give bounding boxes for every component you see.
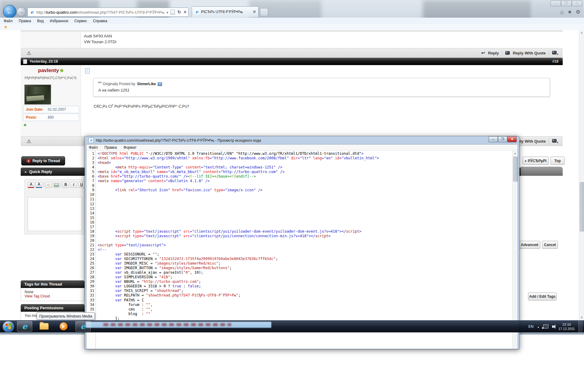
menu-favorites[interactable]: Избранное (50, 19, 68, 23)
url-dropdown-icon[interactable] (167, 10, 169, 15)
taskbar-explorer-button[interactable] (36, 321, 52, 331)
favorites-star-icon[interactable] (4, 24, 8, 30)
source-menu-file[interactable]: Файл (89, 145, 98, 150)
username-link[interactable]: pavlenty (21, 68, 81, 74)
glass-blur-artifact (86, 322, 271, 328)
font-color-icon[interactable] (28, 182, 34, 188)
menu-file[interactable]: Файл (4, 19, 13, 23)
close-button[interactable]: ✕ (572, 1, 582, 6)
minimize-button[interactable]: – (551, 1, 561, 6)
source-menu-edit[interactable]: Правка (105, 145, 117, 150)
postbit-user-panel: pavlenty РђРґРјРёРЅРёСЃС‚СЂР°С‚РѕСЂ Join… (21, 65, 81, 136)
insert-image-icon[interactable] (53, 182, 60, 188)
source-menu-format[interactable]: Формат (123, 145, 137, 150)
reply-link[interactable]: Reply (488, 51, 499, 55)
show-desktop-button[interactable] (579, 321, 583, 332)
windows-flag-icon (5, 323, 8, 326)
source-window-titlebar[interactable]: e http://turbo-quattro.com/showthread.ph… (89, 138, 261, 143)
new-tab-button[interactable] (260, 8, 268, 16)
menu-service[interactable]: Сервис (75, 19, 87, 23)
posts-row: Posts: 850 (23, 114, 79, 121)
scroll-up-icon[interactable]: ▲ (579, 30, 584, 35)
view-post-icon[interactable] (158, 82, 162, 86)
source-close-button[interactable]: ✕ (507, 136, 517, 142)
source-scrollbar[interactable]: ▲ (512, 151, 518, 349)
internet-explorer-icon: e (22, 322, 27, 330)
compatibility-view-icon[interactable] (171, 10, 175, 15)
language-indicator[interactable]: EN (528, 324, 534, 329)
stop-icon[interactable] (184, 9, 186, 15)
tags-panel-header: Tags for this Thread (21, 280, 85, 288)
source-code-view[interactable]: 1234567891011121314151617181920212223242… (86, 151, 513, 349)
source-maximize-button[interactable]: ❐ (498, 136, 507, 142)
scroll-up-icon[interactable]: ▲ (513, 151, 518, 156)
reply-textarea[interactable] (28, 197, 82, 231)
speaker-icon[interactable] (552, 325, 554, 328)
browser-tab[interactable]: e РїСЂРѕ UTF8 Р’РЎР•Рњ (192, 6, 259, 17)
network-icon[interactable] (543, 324, 548, 328)
favorites-icon[interactable] (568, 9, 572, 16)
home-icon[interactable] (560, 9, 564, 16)
internet-explorer-icon: e (81, 322, 86, 330)
menu-view[interactable]: Вид (37, 19, 44, 23)
bold-icon[interactable] (62, 182, 69, 188)
clock[interactable]: 22:10 17.12.2011 (558, 322, 575, 331)
underline-icon[interactable] (78, 182, 85, 188)
reply-with-quote-link[interactable]: Reply With Quote (513, 51, 546, 55)
multi-quote-button[interactable] (552, 139, 558, 144)
report-post-icon[interactable] (27, 50, 31, 56)
icq-icon[interactable] (24, 122, 26, 130)
plus-icon (557, 139, 558, 144)
scrollbar-thumb[interactable] (513, 157, 518, 182)
multi-quote-icon (552, 139, 557, 143)
url-scheme: http:// (36, 10, 46, 15)
source-code-lines[interactable]: <!DOCTYPE html PUBLIC "-//W3C//DTD XHTML… (96, 151, 379, 349)
source-minimize-button[interactable]: – (488, 136, 498, 142)
tags-panel-title: Tags for this Thread (24, 282, 62, 286)
previous-post-user-column (21, 32, 81, 48)
tab-close-icon[interactable] (253, 9, 256, 15)
multi-quote-button[interactable] (552, 51, 558, 55)
address-bar[interactable]: e http://turbo-quattro.com/showthread.ph… (27, 8, 189, 17)
signature-line: VW Touran 2.0TDI (84, 39, 116, 45)
menu-edit[interactable]: Правка (19, 19, 31, 23)
report-post-icon[interactable] (27, 138, 31, 144)
quote-author: SinnerLike (137, 82, 156, 86)
view-tag-cloud-link[interactable]: View Tag Cloud (25, 294, 84, 298)
cancel-button[interactable]: Cancel (542, 241, 558, 249)
quote-bubble-icon (505, 51, 510, 55)
scroll-down-icon[interactable]: ▼ (579, 315, 584, 320)
smiley-icon[interactable] (45, 182, 52, 188)
taskbar-ie-button[interactable]: e (17, 321, 32, 331)
italic-icon[interactable] (70, 182, 77, 188)
taskbar-ie2-button[interactable]: e (75, 321, 91, 331)
back-button[interactable] (3, 5, 16, 18)
go-advanced-button[interactable]: Advanced (519, 241, 540, 249)
menu-help[interactable]: Справка (93, 19, 107, 23)
user-avatar[interactable] (24, 85, 51, 105)
reply-to-thread-label: Reply to Thread (33, 159, 60, 163)
join-date-label: Join Date: (26, 107, 48, 112)
scrollbar-thumb[interactable] (580, 182, 584, 231)
post-number-link[interactable]: #18 (552, 59, 558, 64)
add-edit-tags-label: Add / Edit Tags (529, 294, 555, 299)
posts-label: Posts: (26, 115, 48, 120)
url-text[interactable]: http://turbo-quattro.com/showthread.php?… (36, 10, 167, 15)
tools-gear-icon[interactable] (576, 9, 580, 16)
join-date-value: 01.02.2007 (48, 107, 66, 112)
hidden-icons-arrow[interactable] (537, 324, 540, 329)
forward-button[interactable] (16, 7, 26, 17)
taskbar-wmp-button[interactable] (56, 321, 71, 331)
top-button[interactable]: Top (551, 157, 565, 165)
add-edit-tags-button[interactable]: Add / Edit Tags (528, 293, 557, 300)
maximize-button[interactable]: ❐ (561, 1, 572, 6)
divider (61, 182, 61, 187)
join-date-row: Join Date: 01.02.2007 (23, 106, 79, 113)
thread-tools-dropdown[interactable]: РЎСЂРµРї (523, 157, 549, 165)
highlight-color-icon[interactable] (36, 182, 42, 188)
tags-none-text: None (25, 290, 84, 294)
page-scrollbar[interactable]: ▲ ▼ (579, 30, 584, 320)
refresh-icon[interactable] (177, 9, 181, 15)
reply-to-thread-button[interactable]: Reply to Thread (21, 156, 65, 165)
start-button[interactable] (2, 321, 14, 333)
